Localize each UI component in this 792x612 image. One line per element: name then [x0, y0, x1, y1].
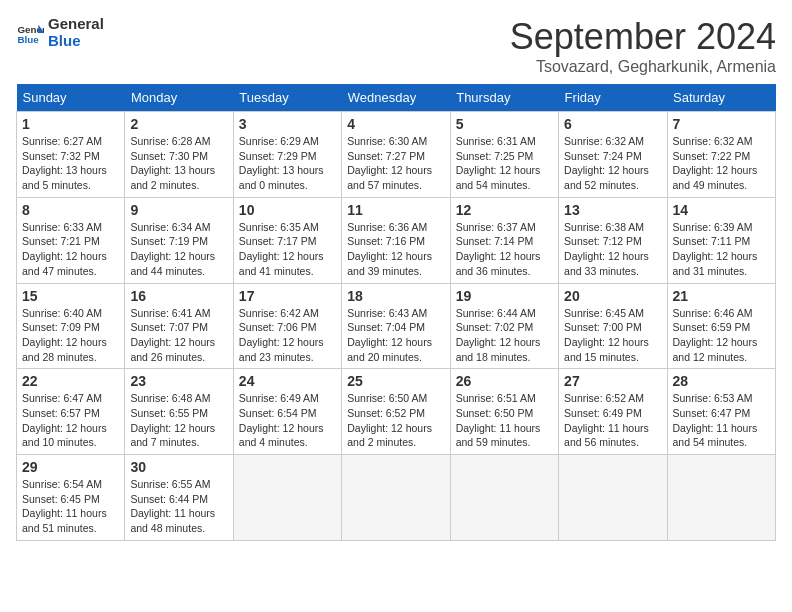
day-number: 15 — [22, 288, 119, 304]
weekday-header-sunday: Sunday — [17, 84, 125, 112]
day-info: Sunrise: 6:53 AM Sunset: 6:47 PM Dayligh… — [673, 391, 770, 450]
calendar-day-cell: 20 Sunrise: 6:45 AM Sunset: 7:00 PM Dayl… — [559, 283, 667, 369]
day-info: Sunrise: 6:28 AM Sunset: 7:30 PM Dayligh… — [130, 134, 227, 193]
calendar-week-2: 8 Sunrise: 6:33 AM Sunset: 7:21 PM Dayli… — [17, 197, 776, 283]
calendar-day-cell — [559, 455, 667, 541]
calendar-day-cell: 15 Sunrise: 6:40 AM Sunset: 7:09 PM Dayl… — [17, 283, 125, 369]
day-number: 19 — [456, 288, 553, 304]
day-number: 29 — [22, 459, 119, 475]
day-info: Sunrise: 6:47 AM Sunset: 6:57 PM Dayligh… — [22, 391, 119, 450]
day-number: 26 — [456, 373, 553, 389]
calendar-day-cell: 14 Sunrise: 6:39 AM Sunset: 7:11 PM Dayl… — [667, 197, 775, 283]
calendar-week-4: 22 Sunrise: 6:47 AM Sunset: 6:57 PM Dayl… — [17, 369, 776, 455]
day-info: Sunrise: 6:36 AM Sunset: 7:16 PM Dayligh… — [347, 220, 444, 279]
day-number: 7 — [673, 116, 770, 132]
day-number: 22 — [22, 373, 119, 389]
day-info: Sunrise: 6:51 AM Sunset: 6:50 PM Dayligh… — [456, 391, 553, 450]
day-info: Sunrise: 6:31 AM Sunset: 7:25 PM Dayligh… — [456, 134, 553, 193]
day-info: Sunrise: 6:45 AM Sunset: 7:00 PM Dayligh… — [564, 306, 661, 365]
weekday-header-tuesday: Tuesday — [233, 84, 341, 112]
day-number: 10 — [239, 202, 336, 218]
calendar-day-cell: 13 Sunrise: 6:38 AM Sunset: 7:12 PM Dayl… — [559, 197, 667, 283]
day-number: 18 — [347, 288, 444, 304]
day-number: 1 — [22, 116, 119, 132]
day-number: 23 — [130, 373, 227, 389]
calendar-day-cell: 12 Sunrise: 6:37 AM Sunset: 7:14 PM Dayl… — [450, 197, 558, 283]
day-number: 24 — [239, 373, 336, 389]
calendar-day-cell: 1 Sunrise: 6:27 AM Sunset: 7:32 PM Dayli… — [17, 112, 125, 198]
weekday-header-thursday: Thursday — [450, 84, 558, 112]
calendar-title-area: September 2024 Tsovazard, Gegharkunik, A… — [510, 16, 776, 76]
logo-line2: Blue — [48, 33, 104, 50]
day-info: Sunrise: 6:54 AM Sunset: 6:45 PM Dayligh… — [22, 477, 119, 536]
day-number: 20 — [564, 288, 661, 304]
day-number: 5 — [456, 116, 553, 132]
day-info: Sunrise: 6:29 AM Sunset: 7:29 PM Dayligh… — [239, 134, 336, 193]
day-info: Sunrise: 6:44 AM Sunset: 7:02 PM Dayligh… — [456, 306, 553, 365]
day-number: 6 — [564, 116, 661, 132]
calendar-day-cell: 6 Sunrise: 6:32 AM Sunset: 7:24 PM Dayli… — [559, 112, 667, 198]
day-info: Sunrise: 6:32 AM Sunset: 7:22 PM Dayligh… — [673, 134, 770, 193]
day-number: 17 — [239, 288, 336, 304]
logo: General Blue General Blue — [16, 16, 104, 49]
calendar-week-3: 15 Sunrise: 6:40 AM Sunset: 7:09 PM Dayl… — [17, 283, 776, 369]
day-number: 16 — [130, 288, 227, 304]
day-number: 11 — [347, 202, 444, 218]
weekday-header-monday: Monday — [125, 84, 233, 112]
day-number: 8 — [22, 202, 119, 218]
day-number: 13 — [564, 202, 661, 218]
calendar-day-cell: 2 Sunrise: 6:28 AM Sunset: 7:30 PM Dayli… — [125, 112, 233, 198]
day-number: 30 — [130, 459, 227, 475]
calendar-day-cell: 4 Sunrise: 6:30 AM Sunset: 7:27 PM Dayli… — [342, 112, 450, 198]
calendar-table: SundayMondayTuesdayWednesdayThursdayFrid… — [16, 84, 776, 541]
weekday-header-wednesday: Wednesday — [342, 84, 450, 112]
location-title: Tsovazard, Gegharkunik, Armenia — [510, 58, 776, 76]
calendar-day-cell: 23 Sunrise: 6:48 AM Sunset: 6:55 PM Dayl… — [125, 369, 233, 455]
day-number: 3 — [239, 116, 336, 132]
day-number: 25 — [347, 373, 444, 389]
month-title: September 2024 — [510, 16, 776, 58]
day-info: Sunrise: 6:33 AM Sunset: 7:21 PM Dayligh… — [22, 220, 119, 279]
day-number: 12 — [456, 202, 553, 218]
calendar-day-cell: 5 Sunrise: 6:31 AM Sunset: 7:25 PM Dayli… — [450, 112, 558, 198]
calendar-week-1: 1 Sunrise: 6:27 AM Sunset: 7:32 PM Dayli… — [17, 112, 776, 198]
day-info: Sunrise: 6:52 AM Sunset: 6:49 PM Dayligh… — [564, 391, 661, 450]
calendar-day-cell: 26 Sunrise: 6:51 AM Sunset: 6:50 PM Dayl… — [450, 369, 558, 455]
calendar-day-cell — [450, 455, 558, 541]
calendar-day-cell: 29 Sunrise: 6:54 AM Sunset: 6:45 PM Dayl… — [17, 455, 125, 541]
calendar-day-cell: 27 Sunrise: 6:52 AM Sunset: 6:49 PM Dayl… — [559, 369, 667, 455]
calendar-day-cell: 21 Sunrise: 6:46 AM Sunset: 6:59 PM Dayl… — [667, 283, 775, 369]
logo-icon: General Blue — [16, 19, 44, 47]
calendar-day-cell: 25 Sunrise: 6:50 AM Sunset: 6:52 PM Dayl… — [342, 369, 450, 455]
calendar-day-cell — [342, 455, 450, 541]
day-info: Sunrise: 6:32 AM Sunset: 7:24 PM Dayligh… — [564, 134, 661, 193]
day-info: Sunrise: 6:35 AM Sunset: 7:17 PM Dayligh… — [239, 220, 336, 279]
day-info: Sunrise: 6:50 AM Sunset: 6:52 PM Dayligh… — [347, 391, 444, 450]
day-info: Sunrise: 6:34 AM Sunset: 7:19 PM Dayligh… — [130, 220, 227, 279]
logo-wordmark: General Blue — [48, 16, 104, 49]
day-number: 28 — [673, 373, 770, 389]
day-info: Sunrise: 6:38 AM Sunset: 7:12 PM Dayligh… — [564, 220, 661, 279]
weekday-header-row: SundayMondayTuesdayWednesdayThursdayFrid… — [17, 84, 776, 112]
day-number: 9 — [130, 202, 227, 218]
day-number: 2 — [130, 116, 227, 132]
page-header: General Blue General Blue September 2024… — [16, 16, 776, 76]
day-number: 14 — [673, 202, 770, 218]
day-info: Sunrise: 6:37 AM Sunset: 7:14 PM Dayligh… — [456, 220, 553, 279]
day-info: Sunrise: 6:30 AM Sunset: 7:27 PM Dayligh… — [347, 134, 444, 193]
calendar-day-cell: 10 Sunrise: 6:35 AM Sunset: 7:17 PM Dayl… — [233, 197, 341, 283]
day-info: Sunrise: 6:43 AM Sunset: 7:04 PM Dayligh… — [347, 306, 444, 365]
weekday-header-saturday: Saturday — [667, 84, 775, 112]
calendar-day-cell: 19 Sunrise: 6:44 AM Sunset: 7:02 PM Dayl… — [450, 283, 558, 369]
calendar-day-cell — [233, 455, 341, 541]
day-number: 27 — [564, 373, 661, 389]
day-info: Sunrise: 6:41 AM Sunset: 7:07 PM Dayligh… — [130, 306, 227, 365]
day-info: Sunrise: 6:49 AM Sunset: 6:54 PM Dayligh… — [239, 391, 336, 450]
day-number: 21 — [673, 288, 770, 304]
calendar-day-cell: 22 Sunrise: 6:47 AM Sunset: 6:57 PM Dayl… — [17, 369, 125, 455]
day-info: Sunrise: 6:46 AM Sunset: 6:59 PM Dayligh… — [673, 306, 770, 365]
day-number: 4 — [347, 116, 444, 132]
calendar-day-cell: 28 Sunrise: 6:53 AM Sunset: 6:47 PM Dayl… — [667, 369, 775, 455]
day-info: Sunrise: 6:42 AM Sunset: 7:06 PM Dayligh… — [239, 306, 336, 365]
calendar-day-cell: 3 Sunrise: 6:29 AM Sunset: 7:29 PM Dayli… — [233, 112, 341, 198]
